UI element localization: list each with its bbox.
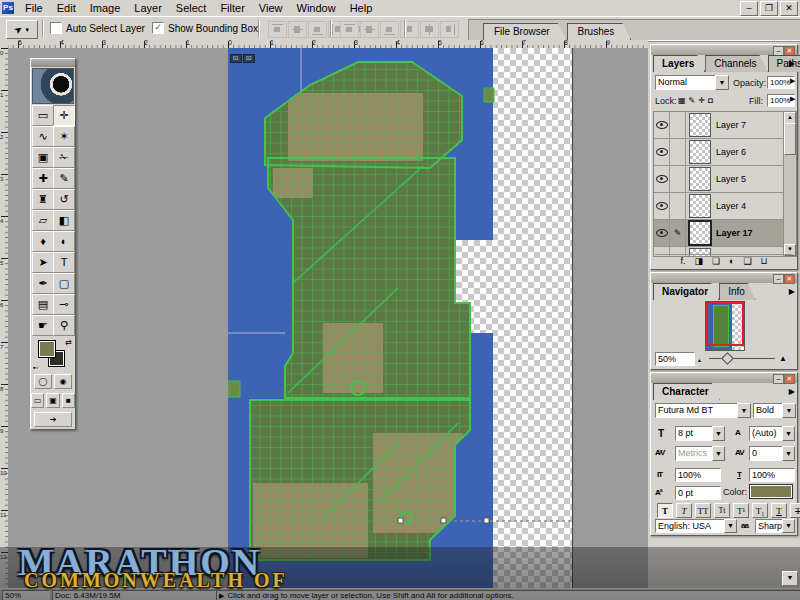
scroll-thumb[interactable] xyxy=(784,123,796,155)
crop-tool[interactable]: ▣ xyxy=(32,147,54,168)
language-select[interactable]: English: USA xyxy=(655,519,729,533)
leading-dropdown-button[interactable]: ▼ xyxy=(782,426,795,441)
zoom-in-icon[interactable]: ▲ xyxy=(779,354,787,363)
link-cell[interactable] xyxy=(670,193,686,219)
layer-row[interactable]: Layer 6 xyxy=(654,139,784,166)
fullscreen-button[interactable]: ■ xyxy=(62,393,75,408)
navigator-preview[interactable] xyxy=(705,301,745,351)
tab-layers[interactable]: Layers xyxy=(653,55,705,72)
tracking-dropdown-button[interactable]: ▼ xyxy=(782,446,795,461)
adobe-online-button[interactable] xyxy=(32,68,74,104)
quick-mask-button[interactable]: ◉ xyxy=(54,374,72,389)
link-cell[interactable] xyxy=(670,112,686,138)
menu-image[interactable]: Image xyxy=(83,0,128,16)
healing-brush-tool[interactable]: ✚ xyxy=(32,168,54,189)
menu-window[interactable]: Window xyxy=(290,0,343,16)
tab-paths[interactable]: Paths xyxy=(768,55,800,72)
superscript-button[interactable]: T¹ xyxy=(733,503,749,518)
magic-wand-tool[interactable]: ✶ xyxy=(53,126,75,147)
move-tool-preset[interactable]: ➤ ▼ xyxy=(6,20,38,39)
rectangular-marquee-tool[interactable]: ▭ xyxy=(32,105,54,126)
navigator-zoom-field[interactable]: 50% xyxy=(655,352,695,366)
history-brush-tool[interactable]: ↺ xyxy=(53,189,75,210)
lock-image-icon[interactable]: ✎ xyxy=(689,96,696,105)
blur-tool[interactable]: ♦ xyxy=(32,231,54,252)
standard-screen-button[interactable]: ▭ xyxy=(31,393,44,408)
palette-titlebar[interactable]: – ✕ xyxy=(651,45,797,55)
toolbox-titlebar[interactable] xyxy=(31,59,75,67)
eyedropper-tool[interactable]: ⊸ xyxy=(53,294,75,315)
new-set-button[interactable]: ❏ xyxy=(712,256,720,266)
delete-layer-button[interactable]: ⊔ xyxy=(761,256,768,266)
minimize-button[interactable]: – xyxy=(740,1,758,16)
notes-tool[interactable]: ▤ xyxy=(32,294,54,315)
vertical-scale-field[interactable]: 100% xyxy=(675,468,721,482)
close-button[interactable]: ✕ xyxy=(780,1,798,16)
standard-mode-button[interactable]: ◯ xyxy=(34,374,52,389)
lock-transparency-icon[interactable]: ▦ xyxy=(678,96,686,105)
strikethrough-button[interactable]: Ŧ xyxy=(790,503,800,518)
layers-scrollbar[interactable]: ▲ ▼ xyxy=(783,111,797,257)
zoom-tool[interactable]: ⚲ xyxy=(53,315,75,336)
move-tool[interactable]: ✛ xyxy=(53,105,75,126)
adjustment-layer-button[interactable]: ◐ xyxy=(729,256,734,266)
visibility-toggle[interactable] xyxy=(654,220,670,246)
link-cell[interactable]: ✎ xyxy=(670,220,686,246)
visibility-toggle[interactable] xyxy=(654,112,670,138)
slice-tool[interactable]: ✁ xyxy=(53,147,75,168)
layer-thumbnail[interactable] xyxy=(689,113,711,137)
layer-style-button[interactable]: f. xyxy=(680,256,685,266)
close-palette-button[interactable]: ✕ xyxy=(784,46,795,56)
opacity-slider-button[interactable]: ▶ xyxy=(790,77,795,85)
font-size-select[interactable]: 8 pt xyxy=(675,426,717,441)
restore-button[interactable]: ❐ xyxy=(760,1,778,16)
horizontal-scale-field[interactable]: 100% xyxy=(749,468,795,482)
zoom-out-icon[interactable]: ▲ xyxy=(697,357,702,363)
menu-select[interactable]: Select xyxy=(169,0,214,16)
menu-file[interactable]: File xyxy=(18,0,50,16)
lock-all-icon[interactable]: ◘ xyxy=(708,96,713,105)
gradient-tool[interactable]: ◧ xyxy=(53,210,75,231)
link-cell[interactable] xyxy=(670,139,686,165)
palette-menu-button[interactable]: ▶ xyxy=(789,59,795,68)
underline-button[interactable]: T xyxy=(771,503,787,518)
font-style-dropdown-button[interactable]: ▼ xyxy=(782,403,796,418)
text-color-swatch[interactable] xyxy=(749,484,793,499)
hand-tool[interactable]: ☛ xyxy=(32,315,54,336)
palette-titlebar[interactable]: – ✕ xyxy=(651,273,797,283)
foreground-color-swatch[interactable] xyxy=(38,340,56,358)
auto-select-layer-checkbox[interactable] xyxy=(50,22,62,34)
link-cell[interactable] xyxy=(670,166,686,192)
blend-mode-select[interactable]: Normal xyxy=(655,75,719,90)
layer-thumbnail[interactable] xyxy=(689,194,711,218)
swap-colors-icon[interactable]: ⇄ xyxy=(65,338,72,347)
layer-thumbnail[interactable] xyxy=(689,167,711,191)
layer-row[interactable]: ✎Layer 17 xyxy=(654,220,784,247)
dodge-tool[interactable]: ◐ xyxy=(53,231,75,252)
show-bounding-box-checkbox[interactable]: ✓ xyxy=(152,22,164,34)
corner-scroll-button[interactable]: ▼ xyxy=(782,571,798,586)
tab-brushes[interactable]: Brushes xyxy=(567,23,632,40)
visibility-toggle[interactable] xyxy=(654,166,670,192)
palette-titlebar[interactable]: – ✕ xyxy=(651,373,797,383)
menu-filter[interactable]: Filter xyxy=(213,0,251,16)
language-dropdown-button[interactable]: ▼ xyxy=(724,519,737,533)
layer-thumbnail[interactable] xyxy=(688,220,712,246)
layer-thumbnail[interactable] xyxy=(689,140,711,164)
font-family-dropdown-button[interactable]: ▼ xyxy=(737,403,751,418)
lasso-tool[interactable]: ∿ xyxy=(32,126,54,147)
status-doc-size[interactable]: Doc: 6.43M/19.5M xyxy=(52,590,216,600)
palette-menu-button[interactable]: ▶ xyxy=(789,287,795,296)
navigator-zoom-slider[interactable] xyxy=(709,358,775,359)
fill-slider-button[interactable]: ▶ xyxy=(790,95,795,103)
close-palette-button[interactable]: ✕ xyxy=(784,374,795,384)
close-palette-button[interactable]: ✕ xyxy=(784,274,795,284)
tab-info[interactable]: Info xyxy=(719,283,756,300)
font-family-select[interactable]: Futura Md BT xyxy=(655,403,741,418)
tab-file-browser[interactable]: File Browser xyxy=(483,23,567,40)
blend-mode-dropdown-button[interactable]: ▼ xyxy=(715,75,729,90)
navigator-viewbox[interactable] xyxy=(706,302,744,346)
fullscreen-menubar-button[interactable]: ▣ xyxy=(46,393,59,408)
lock-position-icon[interactable]: ✛ xyxy=(698,96,705,105)
eraser-tool[interactable]: ▱ xyxy=(32,210,54,231)
